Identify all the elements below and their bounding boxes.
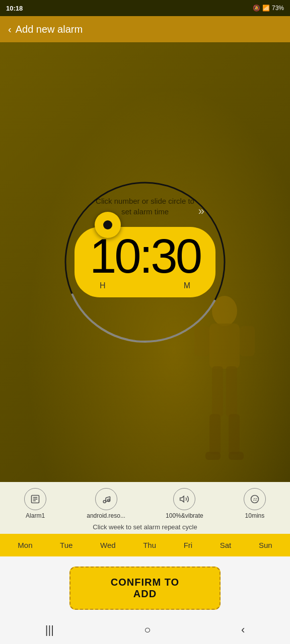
back-button-nav[interactable]: ‹ (229, 619, 257, 640)
day-tue[interactable]: Tue (57, 539, 76, 551)
snooze-setting[interactable]: ZZ 10mins (244, 488, 266, 519)
confirm-button[interactable]: CONFIRM TO ADD (69, 567, 221, 610)
status-bar: 10:18 🔕 📶 73% (0, 0, 290, 16)
week-hint: Click week to set alarm repeat cycle (0, 521, 290, 534)
clock-container[interactable]: » Click number or slide circle to set al… (59, 177, 231, 348)
day-fri[interactable]: Fri (181, 539, 196, 551)
battery-text: 73% (272, 5, 284, 12)
svg-rect-3 (240, 326, 255, 356)
svg-rect-5 (226, 366, 237, 417)
time-display[interactable]: 10:30 H M (75, 227, 215, 297)
day-wed[interactable]: Wed (97, 539, 119, 551)
bottom-area: CONFIRM TO ADD (0, 556, 290, 618)
home-button[interactable]: ○ (132, 619, 163, 640)
hour-label: H (100, 281, 106, 290)
mute-icon: 🔕 (253, 5, 260, 12)
svg-rect-9 (229, 452, 244, 460)
alarm-name-setting[interactable]: Alarm1 (24, 488, 46, 519)
day-sat[interactable]: Sat (217, 539, 235, 551)
minute-label: M (184, 281, 190, 290)
time-digits: 10:30 (90, 232, 200, 280)
day-mon[interactable]: Mon (15, 539, 35, 551)
day-sun[interactable]: Sun (256, 539, 275, 551)
wifi-icon: 📶 (262, 5, 270, 12)
clock-area: » Click number or slide circle to set al… (0, 42, 290, 482)
svg-rect-7 (229, 414, 240, 454)
svg-rect-4 (212, 366, 223, 417)
minute-display[interactable]: 30 (151, 229, 200, 283)
ringtone-setting[interactable]: android.reso... (87, 488, 125, 519)
back-button[interactable]: ‹ (8, 24, 12, 35)
page-title: Add new alarm (16, 24, 83, 35)
svg-marker-22 (180, 496, 184, 502)
ringtone-label: android.reso... (87, 512, 125, 519)
forward-arrows[interactable]: » (198, 205, 201, 218)
status-icons: 🔕 📶 73% (253, 5, 284, 12)
settings-area: Alarm1 android.reso... (0, 482, 290, 556)
drag-handle-inner (103, 220, 112, 229)
week-bar[interactable]: Mon Tue Wed Thu Fri Sat Sun (0, 534, 290, 556)
svg-rect-6 (209, 414, 221, 454)
settings-row: Alarm1 android.reso... (0, 482, 290, 521)
volume-setting[interactable]: 100%&vibrate (166, 488, 203, 519)
nav-bar: ||| ○ ‹ (0, 618, 290, 644)
svg-text:ZZ: ZZ (253, 498, 257, 501)
time-separator: : (139, 229, 151, 283)
list-icon[interactable] (24, 488, 46, 510)
volume-icon[interactable] (173, 488, 195, 510)
snooze-icon[interactable]: ZZ (244, 488, 266, 510)
time-drag-handle[interactable] (95, 212, 121, 238)
header: ‹ Add new alarm (0, 16, 290, 42)
snooze-label: 10mins (245, 512, 265, 519)
svg-rect-8 (205, 452, 221, 460)
alarm-name-label: Alarm1 (26, 512, 45, 519)
music-icon[interactable] (95, 488, 117, 510)
recents-button[interactable]: ||| (33, 619, 66, 640)
day-thu[interactable]: Thu (140, 539, 159, 551)
status-time: 10:18 (6, 5, 23, 12)
hour-display[interactable]: 10 (90, 229, 139, 283)
svg-line-19 (106, 497, 110, 498)
volume-label: 100%&vibrate (166, 512, 203, 519)
